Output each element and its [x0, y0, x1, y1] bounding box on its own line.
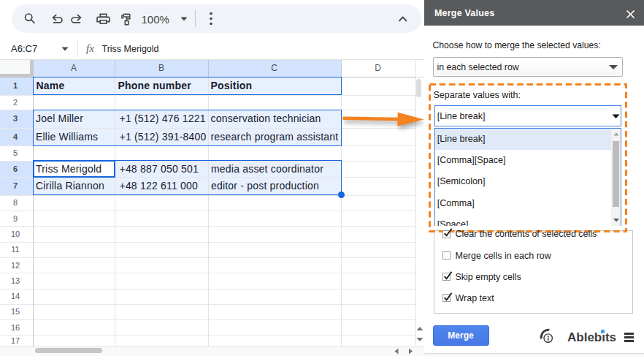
svg-text:100%: 100% — [142, 13, 169, 26]
